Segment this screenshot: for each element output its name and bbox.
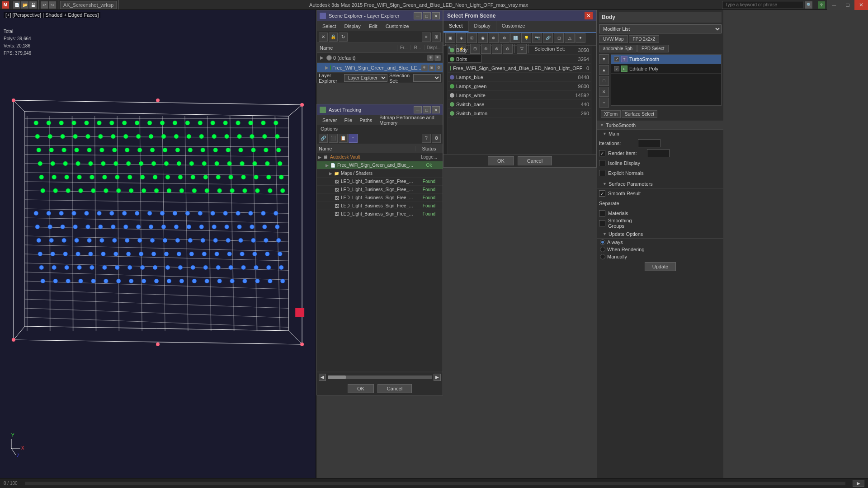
- mod-editable-poly[interactable]: ✓ E Editable Poly: [611, 64, 721, 74]
- at-row-wifi-file[interactable]: ▶ 📄 Free_WiFi_Sign_Green_and_Blue_LED_Ne…: [317, 161, 443, 169]
- sfs-tab-select[interactable]: Select: [443, 21, 469, 32]
- sfs-ok-btn[interactable]: OK: [488, 156, 514, 165]
- at-menu-bitmap[interactable]: Bitmap Performance and Memory: [377, 114, 439, 127]
- undo-icon[interactable]: ↩: [41, 1, 48, 9]
- at-restore-btn[interactable]: □: [423, 106, 431, 113]
- explorer-dropdown[interactable]: Layer Explorer: [344, 74, 387, 82]
- rp-tab-fpd[interactable]: FPD 2x2x2: [629, 35, 659, 43]
- at-menu-file[interactable]: File: [342, 117, 354, 124]
- sfs-cancel-btn[interactable]: Cancel: [518, 156, 552, 165]
- se-close-btn[interactable]: ✕: [319, 33, 328, 42]
- rp-icon-pin[interactable]: □: [599, 76, 609, 86]
- at-btn2[interactable]: ⬛: [329, 134, 338, 143]
- se-refresh-btn[interactable]: ↻: [339, 33, 348, 42]
- minimize-panel-btn[interactable]: ─: [414, 12, 422, 19]
- update-button[interactable]: Update: [645, 262, 676, 271]
- rp-icon-up[interactable]: ▲: [599, 65, 609, 75]
- rp-tab-fpdsel[interactable]: FPD Select: [637, 45, 669, 52]
- explicit-normals-check[interactable]: [599, 170, 605, 176]
- at-ok-btn[interactable]: OK: [348, 384, 374, 393]
- materials-check[interactable]: [599, 210, 605, 216]
- xform-btn[interactable]: XForm: [601, 110, 621, 118]
- at-row-reflect[interactable]: 🖼 LED_Light_Business_Sign_Free_WiFi_refl…: [317, 210, 443, 218]
- menu-customize[interactable]: Customize: [384, 23, 411, 30]
- new-icon[interactable]: 📄: [13, 1, 20, 9]
- sfs-icon-btn9[interactable]: 📷: [532, 33, 542, 43]
- save-icon[interactable]: 💾: [29, 1, 37, 9]
- always-radio[interactable]: [600, 239, 605, 245]
- manually-radio[interactable]: [600, 254, 605, 259]
- sfs-row-switch-base[interactable]: Switch_base 440: [448, 100, 591, 109]
- sfs-row-switch-button[interactable]: Switch_button 260: [448, 109, 591, 118]
- se-view-btn1[interactable]: ≡: [422, 33, 431, 42]
- at-cancel-btn[interactable]: Cancel: [377, 384, 412, 393]
- at-nav-left[interactable]: ◀: [319, 374, 326, 381]
- sfs-icon-btn7[interactable]: 🔠: [510, 33, 520, 43]
- maximize-button[interactable]: □: [841, 0, 854, 10]
- close-panel-btn[interactable]: ✕: [432, 12, 440, 19]
- layer-row-default[interactable]: ▶ 0 (default) ❄ 👁: [317, 53, 443, 63]
- restore-panel-btn[interactable]: □: [423, 12, 431, 19]
- sfs-row-bolts[interactable]: Bolts 3264: [448, 55, 591, 64]
- rp-tab-andorable[interactable]: andorable Sph: [599, 45, 637, 52]
- sfs-tab-display[interactable]: Display: [469, 21, 496, 32]
- render-iters-check[interactable]: ✓: [599, 150, 605, 156]
- isoline-check[interactable]: [599, 160, 605, 166]
- sfs-row-lamps-white[interactable]: Lamps_white 14592: [448, 91, 591, 100]
- sfs-icon-btn3[interactable]: ⊞: [467, 33, 477, 43]
- surface-params-header[interactable]: ▼ Surface Parameters: [597, 180, 723, 188]
- sfs-scrollbar[interactable]: [591, 46, 596, 154]
- settings-icon[interactable]: ⚙: [436, 65, 442, 71]
- at-row-gloss[interactable]: 🖼 LED_Light_Business_Sign_Free_WiFi_glos…: [317, 186, 443, 194]
- mod-check1[interactable]: ✓: [614, 56, 619, 62]
- help-icon[interactable]: ?: [818, 1, 825, 9]
- sfs-icon-btn12[interactable]: △: [565, 33, 575, 43]
- rp-icon-delete[interactable]: ✕: [599, 87, 609, 97]
- open-icon[interactable]: 📂: [21, 1, 28, 9]
- sfs-icon-btn13[interactable]: ✦: [576, 33, 585, 43]
- rp-icon-down[interactable]: ▼: [599, 54, 609, 64]
- at-btn3[interactable]: 📋: [339, 134, 348, 143]
- sfs-icon-btn5[interactable]: ⊕: [489, 33, 499, 43]
- sfs-row-lamps-green[interactable]: Lamps_green 9600: [448, 82, 591, 91]
- render-iters-input[interactable]: 2: [647, 149, 670, 157]
- rp-icon-config[interactable]: ↔: [599, 98, 609, 108]
- eye-icon[interactable]: 👁: [434, 55, 441, 61]
- at-minimize-btn[interactable]: ─: [414, 106, 422, 113]
- sfs-icon-btn11[interactable]: ◻: [554, 33, 564, 43]
- at-row-vault[interactable]: ▶ 🏛 Autodesk Vault Logge...: [317, 153, 443, 161]
- at-row-ior[interactable]: 🖼 LED_Light_Business_Sign_Free_WiFi_ior.…: [317, 194, 443, 202]
- selection-set-dropdown[interactable]: [413, 74, 441, 82]
- update-options-header[interactable]: ▼ Update Options: [597, 230, 723, 239]
- sfs-icon-btn2[interactable]: ◈: [456, 33, 466, 43]
- sfs-icon-btn10[interactable]: 🔗: [543, 33, 553, 43]
- sfs-tab-customize[interactable]: Customize: [496, 21, 531, 32]
- at-row-diffuse[interactable]: 🖼 LED_Light_Business_Sign_Free_WiFi_diff…: [317, 178, 443, 186]
- at-menu-server[interactable]: Server: [321, 117, 339, 124]
- sfs-row-body[interactable]: Body 3050: [448, 46, 591, 55]
- menu-select[interactable]: Select: [321, 23, 338, 30]
- at-btn1[interactable]: 🔗: [319, 134, 328, 143]
- minimize-button[interactable]: ─: [827, 0, 841, 10]
- sfs-icon-btn4[interactable]: ◉: [478, 33, 488, 43]
- redo-icon[interactable]: ↪: [49, 1, 56, 9]
- sfs-row-wifi[interactable]: Free_WiFi_Sign_Green_and_Blue_LED_Neon_L…: [448, 64, 591, 73]
- snowflake-icon[interactable]: ❄: [427, 55, 434, 61]
- smoothing-groups-check[interactable]: [599, 220, 605, 226]
- at-row-norm[interactable]: 🖼 LED_Light_Business_Sign_Free_WiFi_Norm…: [317, 202, 443, 210]
- sfs-icon-btn1[interactable]: ▣: [445, 33, 455, 43]
- workspace-name[interactable]: AK_Screenshot_wrksp: [60, 1, 117, 9]
- mod-turbosmooth[interactable]: ✓ T TurboSmooth: [611, 55, 721, 64]
- sfs-close-button[interactable]: ✕: [585, 12, 593, 19]
- mod-check2[interactable]: ✓: [614, 66, 619, 71]
- sfs-icon-btn6[interactable]: ⊗: [500, 33, 509, 43]
- at-menu-options[interactable]: Options: [319, 125, 340, 132]
- sfs-icon-btn8[interactable]: 💡: [521, 33, 531, 43]
- when-rendering-radio[interactable]: [600, 247, 605, 252]
- se-lock-btn[interactable]: 🔒: [329, 33, 338, 42]
- viewport[interactable]: [+] [Perspective] | Shaded + Edged Faces…: [0, 10, 316, 488]
- main-section-header[interactable]: ▼ Main: [597, 130, 723, 138]
- smooth-result-check[interactable]: ✓: [599, 190, 605, 197]
- at-menu-paths[interactable]: Paths: [358, 117, 374, 124]
- snowflake-icon2[interactable]: ❄: [421, 65, 428, 71]
